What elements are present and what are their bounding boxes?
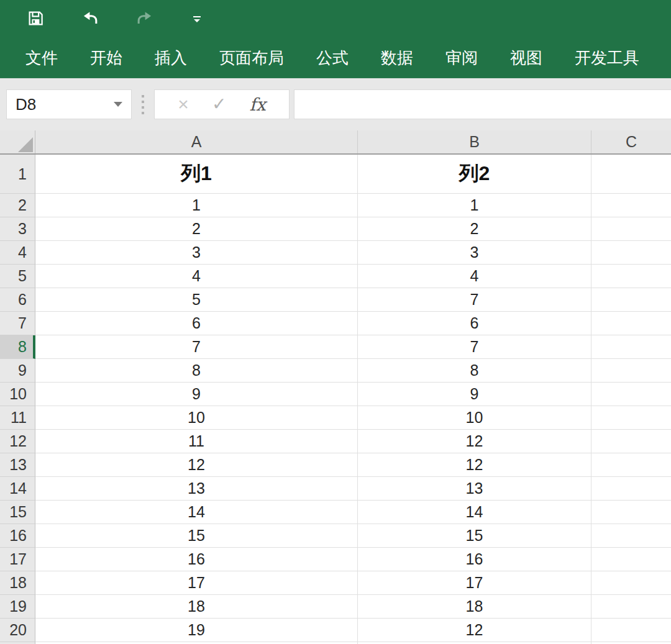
cell-b8[interactable]: 7: [358, 335, 591, 359]
row-header[interactable]: 14: [0, 477, 35, 501]
cell-a7[interactable]: 6: [35, 312, 358, 335]
cell-b12[interactable]: 12: [358, 430, 591, 453]
cell-a1[interactable]: 列1: [35, 155, 358, 194]
cell-c9[interactable]: [591, 359, 671, 383]
cell-b3[interactable]: 2: [358, 217, 591, 241]
cell-a6[interactable]: 5: [35, 288, 358, 312]
cell-c7[interactable]: [591, 312, 671, 335]
row-header[interactable]: 10: [0, 383, 35, 406]
cell-a3[interactable]: 2: [35, 217, 358, 241]
qat-dropdown-icon[interactable]: [192, 16, 202, 22]
cell-b9[interactable]: 8: [358, 359, 591, 383]
cell-a5[interactable]: 4: [35, 265, 358, 288]
cell-c17[interactable]: [591, 548, 671, 571]
ribbon-tab-4[interactable]: 公式: [316, 47, 349, 69]
cell-a14[interactable]: 13: [35, 477, 358, 501]
cell-a16[interactable]: 15: [35, 524, 358, 548]
row-header[interactable]: 9: [0, 359, 35, 383]
formula-bar-drag-handle[interactable]: [132, 95, 154, 114]
row-header[interactable]: 8: [0, 335, 35, 359]
row-header[interactable]: 4: [0, 241, 35, 265]
cell-b6[interactable]: 7: [358, 288, 591, 312]
cell-c18[interactable]: [591, 571, 671, 595]
cell-b5[interactable]: 4: [358, 265, 591, 288]
row-header[interactable]: 17: [0, 548, 35, 571]
cell-a15[interactable]: 14: [35, 501, 358, 524]
cell-b19[interactable]: 18: [358, 595, 591, 619]
cell-c15[interactable]: [591, 501, 671, 524]
enter-icon[interactable]: ✓: [212, 96, 226, 113]
cell-b10[interactable]: 9: [358, 383, 591, 406]
cell-c13[interactable]: [591, 453, 671, 477]
cell-a10[interactable]: 9: [35, 383, 358, 406]
cell-b2[interactable]: 1: [358, 194, 591, 217]
row-header[interactable]: 5: [0, 265, 35, 288]
row-header[interactable]: 3: [0, 217, 35, 241]
cell-b16[interactable]: 15: [358, 524, 591, 548]
cell-b14[interactable]: 13: [358, 477, 591, 501]
ribbon-tab-0[interactable]: 文件: [25, 47, 58, 69]
column-header-a[interactable]: A: [35, 130, 358, 153]
row-header[interactable]: 7: [0, 312, 35, 335]
cell-b11[interactable]: 10: [358, 406, 591, 430]
save-button[interactable]: [27, 11, 44, 28]
column-header-c[interactable]: C: [591, 130, 671, 153]
row-header[interactable]: 18: [0, 571, 35, 595]
cell-b20[interactable]: 12: [358, 619, 591, 642]
cell-c10[interactable]: [591, 383, 671, 406]
cell-c12[interactable]: [591, 430, 671, 453]
cell-c4[interactable]: [591, 241, 671, 265]
cell-a4[interactable]: 3: [35, 241, 358, 265]
cell-a19[interactable]: 18: [35, 595, 358, 619]
cell-a13[interactable]: 12: [35, 453, 358, 477]
insert-function-icon[interactable]: fx: [250, 94, 266, 115]
cell-c11[interactable]: [591, 406, 671, 430]
cell-b1[interactable]: 列2: [358, 155, 591, 194]
name-box[interactable]: D8: [6, 89, 132, 119]
cell-c20[interactable]: [591, 619, 671, 642]
cell-c1[interactable]: [591, 155, 671, 194]
cell-c3[interactable]: [591, 217, 671, 241]
formula-input[interactable]: [294, 89, 671, 119]
cell-a17[interactable]: 16: [35, 548, 358, 571]
cell-a11[interactable]: 10: [35, 406, 358, 430]
cell-c14[interactable]: [591, 477, 671, 501]
row-header[interactable]: 12: [0, 430, 35, 453]
cell-a12[interactable]: 11: [35, 430, 358, 453]
cell-b4[interactable]: 3: [358, 241, 591, 265]
ribbon-tab-6[interactable]: 审阅: [445, 47, 478, 69]
column-header-b[interactable]: B: [358, 130, 591, 153]
row-header[interactable]: 2: [0, 194, 35, 217]
ribbon-tab-3[interactable]: 页面布局: [219, 47, 284, 69]
cancel-icon[interactable]: ×: [178, 95, 189, 114]
ribbon-tab-1[interactable]: 开始: [90, 47, 122, 69]
row-header[interactable]: 13: [0, 453, 35, 477]
row-header[interactable]: 15: [0, 501, 35, 524]
row-header[interactable]: 20: [0, 619, 35, 642]
cell-c2[interactable]: [591, 194, 671, 217]
cell-a8[interactable]: 7: [35, 335, 358, 359]
ribbon-tab-7[interactable]: 视图: [510, 47, 542, 69]
row-header[interactable]: 16: [0, 524, 35, 548]
cell-b15[interactable]: 14: [358, 501, 591, 524]
undo-button[interactable]: [81, 11, 99, 28]
ribbon-tab-2[interactable]: 插入: [155, 47, 187, 69]
cell-c6[interactable]: [591, 288, 671, 312]
cell-b13[interactable]: 12: [358, 453, 591, 477]
select-all-corner[interactable]: [0, 130, 35, 153]
cell-a9[interactable]: 8: [35, 359, 358, 383]
cell-c8[interactable]: [591, 335, 671, 359]
ribbon-tab-5[interactable]: 数据: [381, 47, 413, 69]
row-header[interactable]: 11: [0, 406, 35, 430]
redo-button[interactable]: [135, 11, 153, 28]
cell-a2[interactable]: 1: [35, 194, 358, 217]
cell-a20[interactable]: 19: [35, 619, 358, 642]
cell-c16[interactable]: [591, 524, 671, 548]
row-header[interactable]: 6: [0, 288, 35, 312]
row-header[interactable]: 1: [0, 155, 35, 194]
cell-b17[interactable]: 16: [358, 548, 591, 571]
ribbon-tab-8[interactable]: 开发工具: [575, 47, 639, 69]
cell-b18[interactable]: 17: [358, 571, 591, 595]
name-box-dropdown-icon[interactable]: [114, 102, 122, 107]
cell-b7[interactable]: 6: [358, 312, 591, 335]
